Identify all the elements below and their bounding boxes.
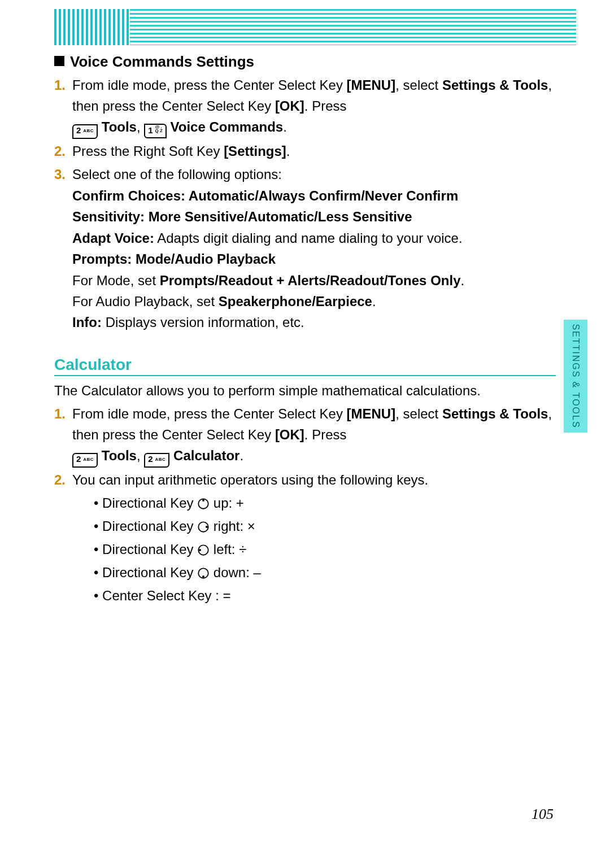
step-1-calc: 1. From idle mode, press the Center Sele…	[54, 404, 556, 468]
keypad-2-icon: 2 ABC	[72, 453, 98, 468]
header-stripes-icon	[130, 9, 576, 45]
calculator-intro: The Calculator allows you to perform sim…	[54, 381, 556, 402]
calculator-keys-list: • Directional Key up: + • Directional Ke…	[94, 493, 556, 607]
bullet-down: • Directional Key down: –	[94, 562, 556, 583]
header-decor	[54, 9, 576, 45]
bullet-center: • Center Select Key : =	[94, 586, 556, 607]
step-2-calc: 2. You can input arithmetic operators us…	[54, 470, 556, 491]
section-tab-label: SETTINGS & TOOLS	[570, 324, 581, 428]
dpad-left-icon	[197, 544, 210, 556]
dpad-down-icon	[197, 567, 210, 579]
svg-point-1	[202, 499, 204, 501]
bullet-right: • Directional Key right: ×	[94, 516, 556, 537]
heading-voice-commands: Voice Commands Settings	[54, 53, 556, 71]
square-bullet-icon	[54, 56, 64, 66]
keypad-2-icon: 2 ABC	[72, 124, 98, 139]
step-3-voice: 3. Select one of the following options:	[54, 164, 556, 185]
keypad-2-icon: 2 ABC	[144, 453, 169, 468]
bullet-left: • Directional Key left: ÷	[94, 539, 556, 560]
svg-point-7	[202, 575, 204, 577]
page-number: 105	[531, 806, 554, 823]
step-2-voice: 2. Press the Right Soft Key [Settings].	[54, 141, 556, 162]
step-1-voice: 1. From idle mode, press the Center Sele…	[54, 75, 556, 139]
svg-point-5	[199, 549, 201, 551]
page-content: Voice Commands Settings 1. From idle mod…	[54, 0, 556, 606]
dpad-up-icon	[197, 498, 210, 510]
section-tab: SETTINGS & TOOLS	[564, 320, 587, 433]
bullet-up: • Directional Key up: +	[94, 493, 556, 514]
keypad-1-icon: 1 @ .Q Z	[144, 124, 167, 138]
svg-point-3	[206, 526, 208, 528]
manual-page: SETTINGS & TOOLS Voice Commands Settings…	[0, 0, 610, 868]
header-hatch-icon	[54, 9, 130, 45]
voice-options: Confirm Choices: Automatic/Always Confir…	[72, 185, 556, 333]
dpad-right-icon	[197, 521, 210, 533]
heading-calculator: Calculator	[54, 356, 556, 376]
